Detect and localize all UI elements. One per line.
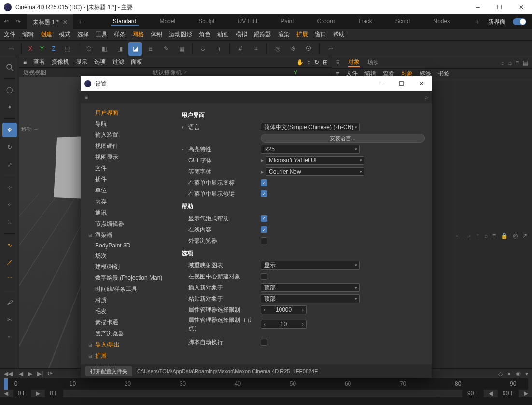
vp-view[interactable]: 查看	[33, 58, 45, 66]
tl-loop-button[interactable]: ⟳	[48, 370, 53, 377]
fillet-tool-icon[interactable]: ⌒	[2, 273, 17, 287]
menu-10[interactable]: 角色	[199, 30, 210, 39]
layout-tab-script[interactable]: Script	[393, 18, 412, 26]
tl-prev-button[interactable]: |◀	[17, 370, 23, 377]
attr-fwd-icon[interactable]: →	[466, 232, 472, 239]
attr-limit-node-spinner[interactable]: ‹10›	[261, 320, 307, 329]
prefs-cat-10[interactable]: 节点编辑器	[81, 218, 175, 230]
tl-zoomin-icon[interactable]: ▶	[36, 390, 40, 397]
obj-bookmark[interactable]: 书签	[438, 70, 449, 78]
script-wrap-checkbox[interactable]	[261, 339, 267, 346]
obj-search-icon[interactable]: ⌕	[501, 59, 504, 66]
menu-13[interactable]: 跟踪器	[254, 30, 271, 39]
language-select[interactable]: 简体中文(Simple Chinese) (zh-CN)▾	[261, 123, 360, 131]
close-button[interactable]: ✕	[510, 0, 532, 14]
menu-11[interactable]: 动画	[217, 30, 229, 39]
snap-icon[interactable]: #	[234, 42, 247, 56]
target-icon[interactable]: ◎	[271, 42, 284, 56]
cube-icon[interactable]: ◧	[98, 42, 111, 56]
tab-takes[interactable]: 场次	[367, 58, 379, 67]
menu-6[interactable]: 样条	[114, 30, 126, 39]
box-icon[interactable]: ◨	[113, 42, 126, 56]
layout-tab-track[interactable]: Track	[356, 18, 374, 26]
tl-rec-icon[interactable]: ●	[507, 370, 511, 377]
maximize-button[interactable]: ☐	[489, 0, 510, 14]
tl-auto-icon[interactable]: ◉	[516, 370, 520, 377]
dialog-close-button[interactable]: ✕	[411, 76, 432, 91]
vp-nav4-icon[interactable]: ⊞	[323, 59, 328, 66]
menu-8[interactable]: 体积	[151, 30, 162, 39]
axis-x-button[interactable]: X	[26, 45, 35, 52]
attr-search-icon[interactable]: ⌕	[484, 232, 488, 239]
prefs-cat-21[interactable]: ⊞导入/导出	[81, 339, 175, 350]
connect2-icon[interactable]: ⫞	[212, 42, 225, 56]
tl-next-button[interactable]: ▶|	[37, 370, 43, 377]
obj-home-icon[interactable]: ⌂	[508, 59, 512, 66]
prefs-cat-2[interactable]: 输入装置	[81, 130, 175, 141]
menu-12[interactable]: 模拟	[236, 30, 247, 39]
floor-icon[interactable]: ▱	[323, 42, 337, 56]
history-forward-button[interactable]: ↷	[12, 18, 24, 25]
rotate-tool-icon[interactable]: ↻	[2, 140, 17, 155]
vp-filter[interactable]: 过滤	[112, 58, 124, 66]
snap-settings-icon[interactable]: ⌗	[249, 42, 263, 56]
open-config-folder-button[interactable]: 打开配置文件夹	[85, 366, 132, 376]
scale-tool-icon[interactable]: ⤢	[2, 158, 17, 172]
center-checkbox[interactable]	[261, 273, 267, 280]
prefs-cat-8[interactable]: 内存	[81, 196, 175, 207]
layout-tab-standard[interactable]: Standard	[111, 18, 139, 26]
point-icon[interactable]: ⁙	[2, 215, 17, 230]
tl-r1-icon[interactable]: ◀	[489, 390, 493, 397]
prefs-cat-18[interactable]: 毛发	[81, 306, 175, 317]
layout-tab-model[interactable]: Model	[158, 18, 178, 26]
obj-filter-icon[interactable]: ≡	[516, 59, 519, 66]
prefs-cat-16[interactable]: 时间线/样条工具	[81, 284, 175, 295]
layout-tab-uv edit[interactable]: UV Edit	[236, 18, 260, 26]
prefs-cat-19[interactable]: 素描卡通	[81, 317, 175, 328]
prefs-cat-4[interactable]: 视图显示	[81, 152, 175, 163]
menu-0[interactable]: 文件	[4, 30, 15, 39]
prefs-cat-20[interactable]: 资产浏览器	[81, 328, 175, 339]
menu-1[interactable]: 编辑	[22, 30, 34, 39]
prefs-cat-12[interactable]: BodyPaint 3D	[81, 241, 175, 250]
settings-tool-icon[interactable]: ✦	[2, 100, 17, 115]
prefs-cat-17[interactable]: 材质	[81, 295, 175, 306]
menu-7[interactable]: 网格	[132, 30, 144, 39]
attr-new-icon[interactable]: ↗	[522, 232, 527, 239]
handle-icon[interactable]: ⠿	[336, 59, 340, 66]
dialog-minimize-button[interactable]: ─	[371, 76, 391, 91]
extrude-icon[interactable]: ≈	[2, 330, 17, 345]
dialog-hamburger-icon[interactable]: ≡	[84, 94, 88, 101]
prefs-cat-1[interactable]: 导航	[81, 118, 175, 130]
gui-font-select[interactable]: Microsoft YaHei UI▾	[266, 156, 364, 165]
expand-icon[interactable]: ▸	[182, 147, 188, 152]
tl-end-frame[interactable]: 90 F	[498, 390, 519, 397]
attr-lock-icon[interactable]: 🔒	[501, 232, 508, 239]
axis-z-button[interactable]: Z	[49, 45, 58, 52]
attr-menu-icon[interactable]: ≡	[492, 232, 496, 239]
grid-icon[interactable]: ▦	[175, 42, 188, 56]
menu-17[interactable]: 帮助	[333, 30, 345, 39]
connect-icon[interactable]: ⫝	[196, 42, 210, 56]
menu-icon-checkbox[interactable]: ✓	[261, 179, 267, 186]
gear-icon[interactable]: ⚙	[286, 42, 300, 56]
bubble-checkbox[interactable]: ✓	[261, 215, 267, 222]
tl-start-frame[interactable]: 0 F	[13, 390, 31, 397]
prefs-cat-7[interactable]: 单位	[81, 185, 175, 196]
tl-zoomout-icon[interactable]: ◀	[4, 390, 8, 397]
add-layout-button[interactable]: ＋	[475, 18, 481, 26]
prefs-cat-9[interactable]: 通讯	[81, 207, 175, 218]
live-select-icon[interactable]: ▭	[4, 42, 17, 56]
attr-back-icon[interactable]: ←	[455, 232, 461, 239]
knife-tool-icon[interactable]: ✂	[2, 313, 17, 327]
prefs-cat-5[interactable]: 文件	[81, 163, 175, 174]
hamburger-icon[interactable]: ≡	[23, 59, 27, 66]
search-icon[interactable]	[2, 60, 17, 74]
playhead[interactable]	[4, 378, 8, 390]
paint-tool-icon[interactable]: 🖌	[2, 295, 17, 310]
expand-icon[interactable]: ▾	[182, 125, 188, 130]
pen-icon[interactable]: ✎	[159, 42, 173, 56]
vp-camera[interactable]: 摄像机	[52, 58, 69, 66]
spline-tool-icon[interactable]: ∿	[2, 238, 17, 252]
menu-15[interactable]: 扩展	[296, 30, 308, 39]
